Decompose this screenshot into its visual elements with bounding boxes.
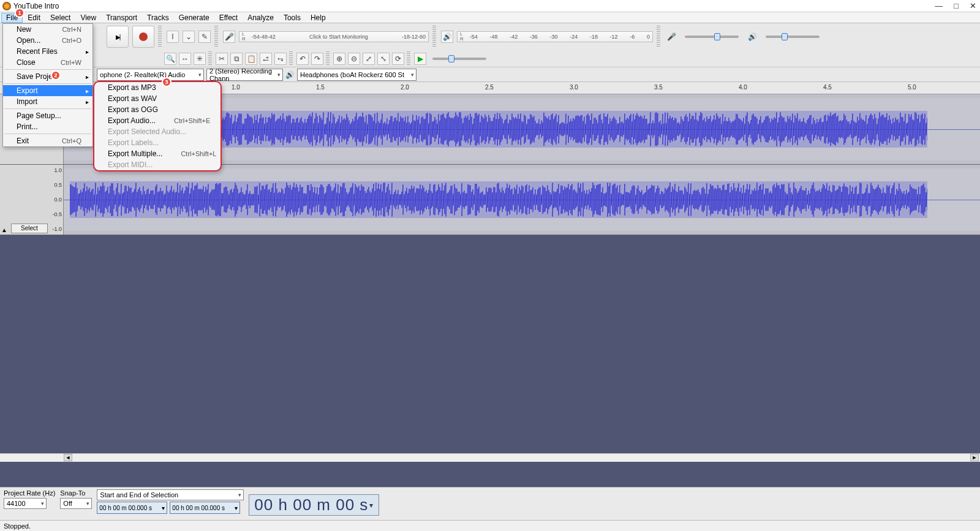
zoom-in-icon[interactable]: ⊕	[333, 53, 345, 65]
toolbar-grip[interactable]	[158, 26, 162, 48]
menu-view[interactable]: View	[75, 13, 101, 23]
silence-icon[interactable]: ⥆	[274, 53, 287, 65]
rec-gain-slider[interactable]	[681, 36, 742, 38]
recording-channels-combo[interactable]: 2 (Stereo) Recording Chann	[206, 69, 283, 81]
menu-generate[interactable]: Generate	[174, 13, 214, 23]
trim-icon[interactable]: ⥄	[260, 53, 272, 65]
maximize-button[interactable]: □	[954, 0, 959, 12]
menu-edit[interactable]: Edit	[23, 13, 45, 23]
multi-tool-icon[interactable]: ✳	[194, 53, 206, 65]
redo-icon[interactable]: ↷	[311, 53, 323, 65]
app-logo-icon	[2, 2, 11, 10]
mic-icon[interactable]: 🎤	[223, 31, 235, 43]
waveform-svg	[70, 181, 927, 218]
paste-icon[interactable]: 📋	[245, 53, 257, 65]
selection-mode-combo[interactable]: Start and End of Selection	[97, 489, 244, 500]
timeshift-tool-icon[interactable]: ↔	[179, 53, 191, 65]
menu-item-export-as-ogg[interactable]: Export as OGG	[94, 104, 221, 115]
speaker-device-icon: 🔊	[285, 70, 295, 79]
track-select-button[interactable]: Select	[11, 224, 48, 233]
menu-item-close[interactable]: CloseCtrl+W	[3, 57, 92, 68]
audio-track-right: 1.0 0.5 0.0 -0.5 -1.0 ▲ Select	[0, 165, 980, 235]
undo-icon[interactable]: ↶	[296, 53, 309, 65]
device-toolbar: ophone (2- Realtek(R) Audio 2 (Stereo) R…	[0, 67, 980, 82]
menu-item-export[interactable]: Export	[3, 85, 92, 96]
menu-item-import[interactable]: Import	[3, 96, 92, 107]
snap-to-combo[interactable]: Off	[60, 498, 92, 509]
menu-item-page-setup-[interactable]: Page Setup...	[3, 110, 92, 121]
project-rate-combo[interactable]: 44100	[4, 498, 47, 509]
menu-tracks[interactable]: Tracks	[142, 13, 174, 23]
mic-gain-icon: 🎤	[665, 31, 677, 43]
menu-item-export-as-mp-[interactable]: Export as MP3	[94, 82, 221, 93]
close-button[interactable]: ✕	[970, 0, 976, 12]
toolbar-grip[interactable]	[289, 51, 293, 66]
export-submenu: Export as MP3Export as WAVExport as OGGE…	[93, 81, 222, 171]
menu-effect[interactable]: Effect	[214, 13, 243, 23]
speaker-icon[interactable]: 🔊	[441, 31, 453, 43]
menu-item-exit[interactable]: ExitCtrl+Q	[3, 135, 92, 146]
snap-to-label: Snap-To	[60, 489, 92, 497]
selection-end-field[interactable]: 00 h 00 m 00.000 s▾	[170, 502, 240, 514]
fit-selection-icon[interactable]: ⤢	[363, 53, 375, 65]
selection-tool-icon[interactable]: I	[167, 31, 179, 43]
playback-device-combo[interactable]: Headphones (boAt Rockerz 600 St	[297, 69, 417, 81]
menu-item-new[interactable]: NewCtrl+N	[3, 24, 92, 35]
menu-tools[interactable]: Tools	[279, 13, 306, 23]
toolbar-grip[interactable]	[407, 51, 410, 66]
annotation-badge-2: 2	[51, 70, 61, 80]
envelope-tool-icon[interactable]: ⌄	[183, 31, 195, 43]
skip-end-button[interactable]: ▶|	[107, 26, 129, 48]
track-control-panel[interactable]: 1.0 0.5 0.0 -0.5 -1.0 ▲ Select	[0, 165, 64, 235]
status-text: Stopped.	[4, 522, 31, 530]
zoom-tool-icon[interactable]: 🔍	[164, 53, 176, 65]
menu-item-open-[interactable]: Open...Ctrl+O	[3, 35, 92, 46]
toolbar-area: ▶| I ⌄ ✎ 🎤 LR -54 -48 -42 Click to Start…	[0, 23, 980, 67]
copy-icon[interactable]: ⧉	[230, 53, 243, 65]
recording-meter[interactable]: LR -54 -48 -42 Click to Start Monitoring…	[239, 31, 429, 42]
zoom-out-icon[interactable]: ⊖	[348, 53, 360, 65]
menu-item-export-labels-: Export Labels...	[94, 137, 221, 148]
horizontal-scrollbar[interactable]: ◄ ►	[0, 453, 980, 462]
play-gain-slider[interactable]	[762, 36, 823, 38]
menu-item-print-[interactable]: Print...	[3, 121, 92, 132]
menu-item-export-audio-[interactable]: Export Audio...Ctrl+Shift+E	[94, 115, 221, 126]
playback-speed-slider[interactable]	[429, 58, 490, 60]
recording-device-combo[interactable]: ophone (2- Realtek(R) Audio	[97, 69, 204, 81]
record-button[interactable]	[132, 26, 154, 48]
toolbar-grip[interactable]	[214, 26, 218, 48]
menu-item-recent-files[interactable]: Recent Files	[3, 46, 92, 57]
scroll-left-icon[interactable]: ◄	[64, 454, 72, 461]
selection-start-field[interactable]: 00 h 00 m 00.000 s▾	[97, 502, 167, 514]
collapse-track-icon[interactable]: ▲	[1, 227, 7, 233]
playback-meter[interactable]: LR -54 -48 -42 -36 -30 -24 -18 -12 -6 0	[457, 31, 653, 42]
scroll-right-icon[interactable]: ►	[970, 454, 979, 461]
waveform-canvas[interactable]	[64, 165, 980, 235]
menu-item-export-multiple-[interactable]: Export Multiple...Ctrl+Shift+L	[94, 148, 221, 159]
draw-tool-icon[interactable]: ✎	[198, 31, 211, 43]
menu-help[interactable]: Help	[306, 13, 331, 23]
menu-analyze[interactable]: Analyze	[243, 13, 279, 23]
audio-position-display[interactable]: 00 h 00 m 00 s▾	[249, 494, 379, 516]
menu-bar: File Edit Select View Transport Tracks G…	[0, 12, 980, 23]
fit-project-icon[interactable]: ⤡	[377, 53, 390, 65]
toolbar-grip[interactable]	[208, 51, 212, 66]
cut-icon[interactable]: ✂	[216, 53, 228, 65]
file-menu-dropdown: NewCtrl+NOpen...Ctrl+ORecent FilesCloseC…	[2, 23, 93, 147]
menu-transport[interactable]: Transport	[101, 13, 142, 23]
menu-item-export-as-wav[interactable]: Export as WAV	[94, 93, 221, 104]
meter-lr-label: LR	[460, 32, 464, 42]
minimize-button[interactable]: —	[935, 0, 943, 12]
play-at-speed-icon[interactable]: ▶	[414, 53, 426, 65]
amplitude-scale: 1.0 0.5 0.0 -0.5 -1.0	[48, 165, 62, 235]
menu-select[interactable]: Select	[45, 13, 75, 23]
rec-meter-hint: Click to Start Monitoring	[276, 34, 402, 40]
menu-item-export-midi-: Export MIDI...	[94, 159, 221, 170]
toolbar-grip[interactable]	[657, 26, 660, 48]
zoom-toggle-icon[interactable]: ⟳	[392, 53, 404, 65]
title-bar: YouTube Intro — □ ✕	[0, 0, 980, 12]
menu-item-export-selected-audio-: Export Selected Audio...	[94, 126, 221, 137]
menu-item-save-project[interactable]: Save Project	[3, 71, 92, 82]
toolbar-grip[interactable]	[326, 51, 330, 66]
toolbar-grip[interactable]	[432, 26, 436, 48]
